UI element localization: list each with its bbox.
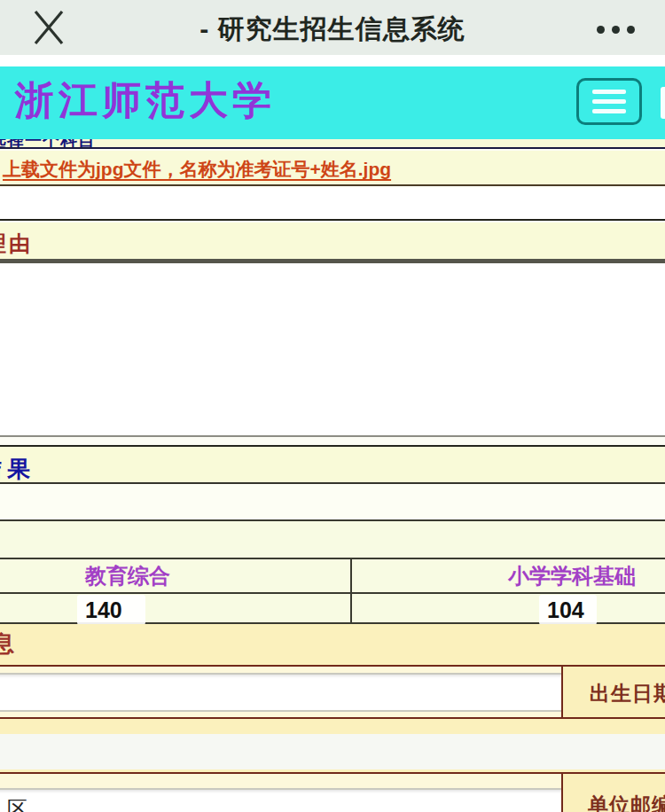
birth-value-input[interactable] bbox=[0, 673, 590, 712]
table-empty-row bbox=[0, 521, 665, 558]
app-screen: - 研究生招生信息系统 浙江师范大学 选择一个科目 上载文件为jpg文件，名称为… bbox=[0, 0, 665, 812]
birth-date-row: 出生日期 bbox=[0, 665, 665, 719]
clipped-edge-element bbox=[661, 87, 665, 119]
section-gap-band bbox=[0, 734, 665, 769]
blank-row bbox=[0, 484, 665, 519]
reason-textarea[interactable] bbox=[0, 259, 665, 437]
birth-label-cell: 出生日期 bbox=[563, 667, 665, 717]
score-header-left: 教育综合 bbox=[0, 559, 352, 592]
title-bar: - 研究生招生信息系统 bbox=[0, 0, 665, 55]
more-dots-icon[interactable] bbox=[597, 23, 635, 35]
university-banner: 浙江师范大学 bbox=[0, 66, 665, 139]
upload-note-row: 上载文件为jpg文件，名称为准考证号+姓名.jpg bbox=[0, 151, 665, 186]
section-gap bbox=[0, 437, 665, 445]
result-label: 结果 bbox=[0, 454, 35, 484]
upload-note-text: 上载文件为jpg文件，名称为准考证号+姓名.jpg bbox=[3, 157, 391, 182]
score-header-right: 小学学科基础 bbox=[352, 559, 665, 592]
university-name: 浙江师范大学 bbox=[15, 74, 276, 127]
menu-bar bbox=[592, 99, 626, 104]
menu-bar bbox=[592, 109, 626, 113]
dot bbox=[597, 26, 605, 34]
postcode-label-cell: 单位邮编 bbox=[563, 774, 665, 812]
dot bbox=[627, 26, 635, 34]
score-value-left: 140 bbox=[77, 595, 145, 625]
score-value-right: 104 bbox=[539, 595, 597, 625]
info-section-label: 信息 bbox=[0, 629, 16, 660]
scores-table: 教育综合 小学学科基础 140 104 bbox=[0, 519, 665, 624]
result-section-header: 结果 bbox=[0, 445, 665, 484]
reason-label-row: 理由 bbox=[0, 223, 665, 259]
address-input-cell bbox=[0, 774, 561, 812]
table-value-row: 140 104 bbox=[0, 592, 665, 624]
hamburger-menu-icon[interactable] bbox=[576, 78, 642, 125]
birth-input-cell bbox=[0, 667, 561, 717]
table-header-row: 教育综合 小学学科基础 bbox=[0, 558, 665, 592]
birth-date-label: 出生日期 bbox=[590, 680, 665, 707]
subject-label: 选择一个科目 bbox=[0, 139, 96, 149]
divider-strip bbox=[0, 55, 665, 66]
dot bbox=[612, 26, 620, 34]
page-title: - 研究生招生信息系统 bbox=[0, 12, 665, 48]
postcode-row: 单位邮编 bbox=[0, 772, 665, 812]
address-value-input[interactable] bbox=[0, 788, 590, 812]
upload-field-row[interactable] bbox=[0, 188, 665, 221]
score-cell-left: 140 bbox=[0, 594, 352, 624]
subject-section-header: 选择一个科目 bbox=[0, 139, 665, 149]
menu-bar bbox=[592, 90, 626, 94]
score-cell-right: 104 bbox=[352, 594, 665, 624]
reason-label: 理由 bbox=[0, 230, 33, 258]
info-section: 信息 出生日期 单位邮编 bbox=[0, 624, 665, 812]
postcode-label: 单位邮编 bbox=[588, 792, 665, 812]
